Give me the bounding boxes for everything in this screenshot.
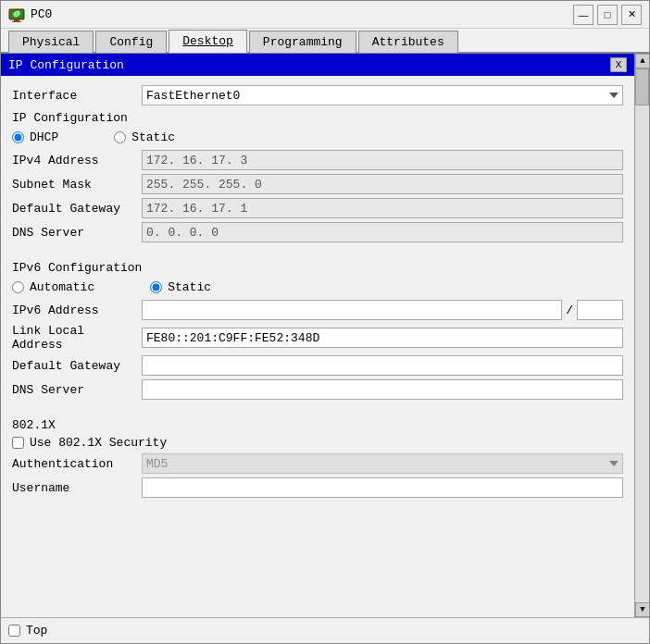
link-local-input[interactable] [142, 328, 623, 348]
dns-server-input[interactable] [142, 222, 623, 242]
subnet-mask-row: Subnet Mask [12, 174, 623, 194]
static6-radio[interactable] [150, 281, 162, 293]
ipv4-mode-row: DHCP Static [12, 130, 623, 144]
static6-label: Static [168, 280, 211, 294]
maximize-button[interactable]: □ [597, 5, 618, 25]
interface-label: Interface [12, 89, 142, 103]
title-bar-left: PC0 [8, 6, 52, 23]
tab-desktop[interactable]: Desktop [169, 30, 247, 53]
auto-radio[interactable] [12, 281, 24, 293]
static-radio[interactable] [114, 131, 126, 143]
top-label: Top [26, 624, 47, 638]
ipv6-default-gateway-row: Default Gateway [12, 355, 623, 376]
scrollbar-down-button[interactable]: ▼ [635, 602, 649, 617]
auth-label: Authentication [12, 457, 142, 471]
panel: Interface FastEthernet0 IP Configuration… [1, 76, 634, 507]
tab-physical[interactable]: Physical [8, 31, 94, 53]
auth-select[interactable]: MD5 [142, 453, 623, 474]
default-gateway-input[interactable] [142, 198, 623, 218]
auto-label: Automatic [30, 280, 94, 294]
minimize-button[interactable]: — [573, 5, 594, 25]
dhcp-radio[interactable] [12, 131, 24, 143]
top-checkbox[interactable] [8, 625, 20, 637]
static6-radio-group: Static [150, 280, 211, 294]
scrollbar-up-button[interactable]: ▲ [635, 54, 649, 68]
main-content: IP Configuration X Interface FastEtherne… [1, 54, 634, 617]
dhcp-label: DHCP [30, 130, 58, 144]
ipv6-mode-row: Automatic Static [12, 280, 623, 294]
interface-row: Interface FastEthernet0 [12, 85, 623, 105]
auth-row: Authentication MD5 [12, 453, 623, 474]
scrollbar: ▲ ▼ [634, 54, 649, 617]
default-gateway-label: Default Gateway [12, 202, 142, 216]
tab-programming[interactable]: Programming [249, 31, 356, 53]
dns-server-row: DNS Server [12, 222, 623, 242]
ipv4-address-row: IPv4 Address [12, 150, 623, 170]
ipv6-dns-server-label: DNS Server [12, 383, 142, 397]
interface-select[interactable]: FastEthernet0 [142, 85, 623, 105]
dot1x-section-label: 802.1X [12, 418, 623, 432]
svg-rect-2 [14, 19, 19, 21]
title-bar-controls: — □ ✕ [573, 5, 642, 25]
ip-config-header: IP Configuration X [1, 54, 634, 76]
ip-config-section-label: IP Configuration [12, 111, 623, 125]
username-row: Username [12, 477, 623, 498]
main-window: PC0 — □ ✕ Physical Config Desktop Progra… [0, 0, 650, 644]
ipv4-address-label: IPv4 Address [12, 154, 142, 167]
link-local-address-row: Link Local Address [12, 324, 623, 352]
ipv6-prefix-input[interactable] [577, 300, 623, 320]
ipv6-default-gateway-label: Default Gateway [12, 359, 142, 373]
scrollbar-track [635, 68, 649, 602]
use-dot1x-checkbox[interactable] [12, 437, 24, 449]
tab-bar: Physical Config Desktop Programming Attr… [1, 29, 649, 54]
content-area: IP Configuration X Interface FastEtherne… [1, 54, 649, 617]
scrollbar-thumb[interactable] [635, 68, 649, 105]
ip-config-close-button[interactable]: X [610, 57, 627, 72]
auto-radio-group: Automatic [12, 280, 94, 294]
dot1x-checkbox-row: Use 802.1X Security [12, 436, 623, 450]
static-label: Static [131, 130, 175, 144]
ipv6-address-row: IPv6 Address / [12, 300, 623, 320]
ipv6-address-inputs: / [142, 300, 623, 320]
dns-server-label: DNS Server [12, 226, 142, 240]
app-icon [8, 6, 25, 23]
ipv6-address-input[interactable] [142, 300, 562, 320]
ipv6-slash: / [566, 303, 573, 317]
svg-rect-3 [12, 21, 21, 22]
tab-config[interactable]: Config [95, 31, 167, 53]
close-button[interactable]: ✕ [621, 5, 642, 25]
tab-attributes[interactable]: Attributes [358, 31, 458, 53]
window-title: PC0 [31, 7, 52, 21]
top-checkbox-row: Top [8, 624, 47, 638]
use-dot1x-label: Use 802.1X Security [30, 436, 167, 450]
ipv6-default-gateway-input[interactable] [142, 355, 623, 376]
username-label: Username [12, 481, 142, 495]
ipv6-address-label: IPv6 Address [12, 303, 142, 317]
link-local-label: Link Local Address [12, 324, 142, 352]
title-bar: PC0 — □ ✕ [1, 1, 649, 29]
static-radio-group: Static [114, 130, 175, 144]
username-input[interactable] [142, 477, 623, 498]
subnet-mask-label: Subnet Mask [12, 178, 142, 192]
ipv6-config-section-label: IPv6 Configuration [12, 261, 623, 275]
ip-config-title: IP Configuration [8, 58, 124, 72]
ipv6-dns-server-row: DNS Server [12, 379, 623, 400]
default-gateway-row: Default Gateway [12, 198, 623, 218]
ipv6-dns-server-input[interactable] [142, 379, 623, 400]
bottom-bar: Top [1, 617, 649, 643]
subnet-mask-input[interactable] [142, 174, 623, 194]
dhcp-radio-group: DHCP [12, 130, 58, 144]
ipv4-address-input[interactable] [142, 150, 623, 170]
